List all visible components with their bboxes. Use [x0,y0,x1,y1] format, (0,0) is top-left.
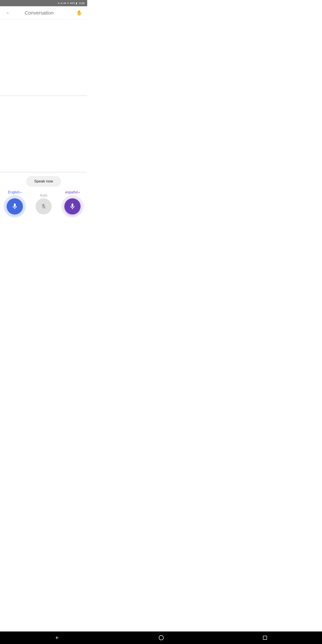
speak-now-container: Speak now [0,172,87,188]
english-label: English [8,190,20,194]
app-bar: ← Conversation ✋ [0,6,87,20]
english-mic-ripple [4,195,26,218]
wifi-icon: ▾▾ [64,2,66,5]
speak-now-label: Speak now [34,179,53,183]
language-controls: English ▾ Auto [0,188,87,221]
english-mic-icon [11,203,18,210]
status-icons: ∗ ⊖ ▾▾ ✕ 44% ▮ 3:04 [58,2,84,5]
do-not-disturb-icon: ⊖ [60,2,62,5]
english-section: English ▾ [4,190,26,218]
espanol-dropdown-arrow: ▾ [78,191,80,194]
espanol-mic-icon [69,203,76,210]
speak-now-bubble: Speak now [26,176,61,187]
english-dropdown-arrow: ▾ [20,191,22,194]
auto-section: Auto [36,194,52,214]
auto-mic-button[interactable] [36,198,52,214]
bluetooth-icon: ∗ [58,2,60,5]
english-mic-button[interactable] [7,198,23,214]
status-time: 3:04 [79,2,84,5]
page-title: Conversation [12,10,66,16]
hand-icon[interactable]: ✋ [75,8,84,18]
auto-label: Auto [40,194,48,198]
battery-icon: ▮ [76,2,77,5]
back-button[interactable]: ← [4,8,12,18]
battery-percent: 44% [70,2,75,4]
espanol-mic-ripple [61,195,84,218]
status-bar: ∗ ⊖ ▾▾ ✕ 44% ▮ 3:04 [0,0,87,6]
auto-mic-icon [40,203,47,210]
conversation-top-panel [0,20,87,96]
back-arrow-icon: ← [6,10,10,16]
signal-icon: ✕ [67,2,69,5]
espanol-label-row[interactable]: español ▾ [65,190,80,194]
english-label-row[interactable]: English ▾ [8,190,22,194]
conversation-bottom-panel [0,96,87,172]
espanol-section: español ▾ [61,190,84,218]
espanol-label: español [65,190,78,194]
espanol-mic-button[interactable] [64,198,80,214]
